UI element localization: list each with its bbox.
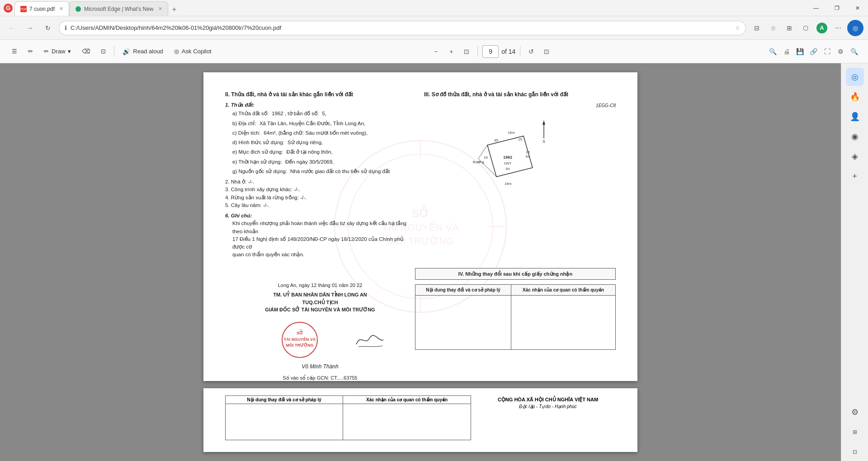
- small-table-cell-1: [226, 404, 343, 440]
- svg-text:ONT: ONT: [504, 161, 512, 165]
- collections-icon[interactable]: ⊞: [782, 21, 797, 35]
- extensions-icon[interactable]: ⬡: [798, 21, 813, 35]
- new-tab-button[interactable]: +: [168, 3, 181, 16]
- print-button[interactable]: 🖨: [780, 45, 793, 58]
- layout-button[interactable]: ⊡: [96, 44, 110, 59]
- changes-table-title: IV. Những thay đổi sau khi cấp giấy chứn…: [415, 268, 616, 280]
- zoom-in-button[interactable]: +: [445, 45, 458, 58]
- right-sidebar: ◎ 🔥 👤 ◉ ◈ + ⚙ ⊞ ⊡: [841, 63, 868, 461]
- sidebar-diamond-button[interactable]: ◈: [846, 147, 864, 165]
- area-value: 64m², (bằng chữ: Sáu mươi bốn mét vuông)…: [264, 130, 368, 136]
- draw-dropdown-icon: ▾: [68, 48, 71, 55]
- draw-label: Draw: [52, 48, 65, 55]
- pdf-page-9-content: II. Thửa đất, nhà ở và tài sản khác gắn …: [203, 72, 637, 381]
- sidebar-add-button[interactable]: +: [846, 167, 864, 185]
- purpose-row: e) Mục đích sử dụng: Đất ở tại nông thôn…: [225, 148, 415, 156]
- pdf-settings-button[interactable]: ⚙: [835, 45, 847, 58]
- fit-page-button[interactable]: ⊡: [460, 45, 473, 58]
- plot-number-label: a) Thửa đất số:: [232, 111, 269, 116]
- page-navigation: − + ⊡ of 14 ↺ ⊡: [429, 45, 553, 58]
- minimize-button[interactable]: —: [806, 0, 826, 16]
- refresh-button[interactable]: ↻: [41, 21, 55, 35]
- search-pdf-button[interactable]: 🔍: [767, 45, 779, 58]
- split-view-icon[interactable]: ⊟: [750, 21, 764, 35]
- changes-table: Nội dung thay đổi và cơ sở pháp lý Xác n…: [415, 284, 616, 350]
- table-row: [415, 296, 616, 350]
- highlight-icon: ✏: [28, 48, 33, 55]
- sidebar-circle-button[interactable]: ◉: [846, 127, 864, 146]
- toolbar-separator-1: [114, 46, 114, 57]
- tools-menu-button[interactable]: ☰: [7, 44, 22, 59]
- forward-button[interactable]: →: [23, 21, 37, 35]
- svg-text:15: 15: [518, 137, 522, 141]
- note-title: 6. Ghi chú:: [225, 212, 415, 220]
- origin-label: g) Nguồn gốc sử dụng:: [232, 169, 287, 174]
- tab-edge[interactable]: Microsoft Edge | What's New ✕: [69, 1, 168, 16]
- map-sheet-label: , tờ bản đồ số:: [285, 111, 319, 116]
- eraser-icon: ⌫: [82, 48, 90, 55]
- page-number-input[interactable]: [482, 45, 499, 58]
- pdf-viewer[interactable]: SỞ TÀI NGUYÊN VÀ MÔI TRƯỜNG II. Thửa đất…: [0, 63, 841, 461]
- favorites-icon[interactable]: ☆: [766, 21, 780, 35]
- share-button[interactable]: 🔗: [807, 45, 820, 58]
- sidebar-copilot-button[interactable]: ◎: [846, 68, 864, 86]
- svg-text:S: S: [542, 139, 545, 144]
- tab-close-pdf[interactable]: ✕: [59, 6, 63, 12]
- signature-location: Long An, ngày 12 tháng 01 năm 20 22: [278, 282, 363, 288]
- col-left: II. Thửa đất, nhà ở và tài sản khác gắn …: [225, 90, 415, 259]
- browser-search-button[interactable]: 🔍: [848, 45, 861, 58]
- toolbar-separator-2: [477, 46, 478, 57]
- usage-form-row: d) Hình thức sử dụng: Sử dụng riêng,: [225, 139, 415, 146]
- bottom-row: Long An, ngày 12 tháng 01 năm 20 22 TM. …: [225, 268, 616, 381]
- read-aloud-button[interactable]: 🔊 Read aloud: [118, 44, 168, 59]
- signature-svg: [352, 329, 388, 351]
- tab-close-edge[interactable]: ✕: [158, 6, 162, 12]
- copilot-icon[interactable]: ◎: [847, 20, 863, 36]
- toolbar-separator-3: [520, 46, 520, 57]
- sidebar-zoom-button[interactable]: ⊞: [846, 423, 864, 441]
- titlebar: G PDF 7 cuon.pdf ✕ Microsoft Edge | What…: [0, 0, 868, 16]
- draw-button[interactable]: ✏ Draw ▾: [39, 44, 75, 59]
- changes-content-2: [511, 296, 616, 350]
- usage-form-value: Sử dụng riêng,: [288, 140, 323, 145]
- address-star-icon[interactable]: ☆: [735, 25, 740, 31]
- ask-copilot-button[interactable]: ◎ Ask Copilot: [170, 44, 216, 59]
- ask-copilot-icon: ◎: [174, 48, 179, 55]
- save-button[interactable]: 💾: [794, 45, 807, 58]
- map-sheet-value: 5,: [322, 111, 326, 116]
- back-button[interactable]: ←: [5, 21, 19, 35]
- more-tools-icon[interactable]: ⋯: [831, 21, 845, 35]
- profile-avatar[interactable]: A: [815, 21, 829, 35]
- partial-table-right: CỘNG HÒA XÃ HỘI CHỦ NGHĨA VIỆT NAM Độc l…: [480, 395, 616, 440]
- close-button[interactable]: ✕: [847, 0, 868, 16]
- highlight-button[interactable]: ✏: [24, 44, 38, 59]
- sidebar-profile-button[interactable]: 👤: [846, 108, 864, 126]
- changes-col2-header: Xác nhận của cơ quan có thẩm quyền: [511, 285, 616, 296]
- zoom-out-button[interactable]: −: [429, 45, 442, 58]
- fullscreen-button[interactable]: ⛶: [821, 45, 834, 58]
- eraser-button[interactable]: ⌫: [77, 44, 94, 59]
- svg-text:1962: 1962: [503, 155, 512, 160]
- address-text: C:/Users/ADMIN/Desktop/hinh/64m2%20lk06-…: [71, 24, 731, 31]
- sidebar-fire-button[interactable]: 🔥: [846, 88, 864, 106]
- col-right: III. Sơ đồ thửa đất, nhà ở và tài sản kh…: [424, 90, 616, 259]
- signature-date: Long An, ngày 12 tháng 01 năm 20 22: [252, 282, 388, 290]
- tab-pdf[interactable]: PDF 7 cuon.pdf ✕: [14, 1, 69, 16]
- pdf-page-9: SỞ TÀI NGUYÊN VÀ MÔI TRƯỜNG II. Thửa đất…: [203, 72, 637, 381]
- more-options-button[interactable]: ⊡: [540, 45, 553, 58]
- layout-icon: ⊡: [101, 48, 106, 55]
- maximize-button[interactable]: ❐: [826, 0, 847, 16]
- tab-pdf-label: 7 cuon.pdf: [29, 6, 55, 12]
- sidebar-layout-button[interactable]: ⊡: [846, 443, 864, 461]
- address-box[interactable]: ℹ C:/Users/ADMIN/Desktop/hinh/64m2%20lk0…: [59, 21, 746, 35]
- rotate-button[interactable]: ↺: [525, 45, 538, 58]
- signature-scrawl: [352, 329, 388, 351]
- sidebar-settings-button[interactable]: ⚙: [846, 403, 864, 421]
- origin-value: Nhà nước giao đất có thu tiền sử dụng đấ…: [290, 169, 390, 174]
- profile-icon[interactable]: G: [4, 4, 13, 13]
- address-label: b) Địa chỉ:: [232, 121, 256, 126]
- read-aloud-label: Read aloud: [133, 48, 163, 55]
- diagram-label: 1EGG-C8: [424, 102, 616, 109]
- land-section-title: 1. Thửa đất:: [225, 101, 415, 109]
- pdf-toolbar-right: 🔍 🖨 💾 🔗 ⛶ ⚙ 🔍: [767, 45, 861, 58]
